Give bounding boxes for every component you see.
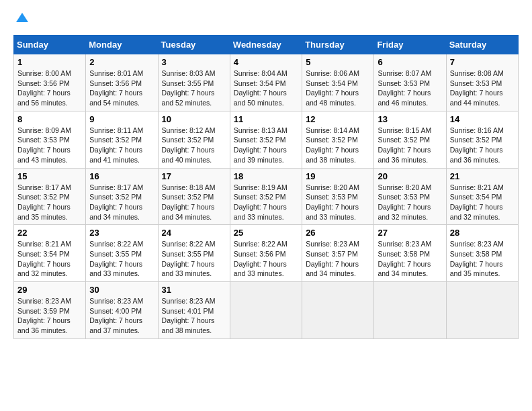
sunrise-label: Sunrise: 8:21 AM [450,183,504,191]
day-info: Sunrise: 8:15 AM Sunset: 3:52 PM Dayligh… [378,126,442,165]
sunset-label: Sunset: 3:58 PM [450,250,502,258]
sunset-label: Sunset: 3:53 PM [306,193,358,201]
sunrise-label: Sunrise: 8:13 AM [234,126,287,134]
daylight-label: Daylight: 7 hours and 38 minutes. [306,146,359,164]
daylight-label: Daylight: 7 hours and 32 minutes. [17,260,71,278]
day-number: 6 [378,57,442,67]
sunrise-label: Sunrise: 8:15 AM [378,126,431,134]
day-number: 24 [162,228,226,238]
day-number: 23 [89,228,154,238]
sunrise-label: Sunrise: 8:20 AM [378,183,431,191]
daylight-label: Daylight: 7 hours and 34 minutes. [378,260,431,278]
weekday-header-tuesday: Tuesday [158,36,230,54]
day-number: 15 [17,171,82,181]
day-info: Sunrise: 8:16 AM Sunset: 3:52 PM Dayligh… [450,126,515,165]
calendar-cell: 13 Sunrise: 8:15 AM Sunset: 3:52 PM Dayl… [374,111,446,168]
day-number: 16 [89,171,154,181]
daylight-label: Daylight: 7 hours and 50 minutes. [234,89,287,107]
calendar-cell: 4 Sunrise: 8:04 AM Sunset: 3:54 PM Dayli… [230,54,302,111]
daylight-label: Daylight: 7 hours and 34 minutes. [89,203,142,221]
day-info: Sunrise: 8:23 AM Sunset: 3:59 PM Dayligh… [17,296,82,336]
daylight-label: Daylight: 7 hours and 35 minutes. [450,260,503,278]
sunset-label: Sunset: 3:52 PM [89,193,142,201]
sunrise-label: Sunrise: 8:22 AM [162,240,216,248]
day-info: Sunrise: 8:23 AM Sunset: 4:00 PM Dayligh… [89,296,154,336]
sunrise-label: Sunrise: 8:23 AM [17,297,71,305]
calendar-week-5: 29 Sunrise: 8:23 AM Sunset: 3:59 PM Dayl… [14,282,519,339]
daylight-label: Daylight: 7 hours and 41 minutes. [89,146,142,164]
sunset-label: Sunset: 3:55 PM [162,79,214,87]
day-number: 30 [89,285,154,295]
logo-icon [15,10,30,25]
day-number: 11 [234,114,298,124]
day-number: 21 [450,171,515,181]
sunset-label: Sunset: 3:53 PM [378,193,430,201]
day-info: Sunrise: 8:13 AM Sunset: 3:52 PM Dayligh… [234,126,298,165]
weekday-header-saturday: Saturday [446,36,518,54]
daylight-label: Daylight: 7 hours and 32 minutes. [450,203,503,221]
sunrise-label: Sunrise: 8:03 AM [162,69,216,77]
sunrise-label: Sunrise: 8:20 AM [306,183,359,191]
day-info: Sunrise: 8:21 AM Sunset: 3:54 PM Dayligh… [17,239,82,279]
day-info: Sunrise: 8:09 AM Sunset: 3:53 PM Dayligh… [17,126,82,165]
sunrise-label: Sunrise: 8:19 AM [234,183,287,191]
daylight-label: Daylight: 7 hours and 33 minutes. [234,260,287,278]
daylight-label: Daylight: 7 hours and 43 minutes. [17,146,71,164]
day-info: Sunrise: 8:20 AM Sunset: 3:53 PM Dayligh… [378,183,442,222]
day-info: Sunrise: 8:12 AM Sunset: 3:52 PM Dayligh… [162,126,226,165]
sunset-label: Sunset: 3:55 PM [162,250,214,258]
day-info: Sunrise: 8:21 AM Sunset: 3:54 PM Dayligh… [450,183,515,222]
day-info: Sunrise: 8:23 AM Sunset: 4:01 PM Dayligh… [162,296,226,336]
day-info: Sunrise: 8:01 AM Sunset: 3:56 PM Dayligh… [89,68,154,108]
day-info: Sunrise: 8:22 AM Sunset: 3:55 PM Dayligh… [89,239,154,279]
sunset-label: Sunset: 3:52 PM [162,193,214,201]
calendar-cell: 16 Sunrise: 8:17 AM Sunset: 3:52 PM Dayl… [86,168,158,225]
sunset-label: Sunset: 3:59 PM [17,307,70,315]
sunrise-label: Sunrise: 8:23 AM [162,297,216,305]
sunrise-label: Sunrise: 8:11 AM [89,126,143,134]
calendar-cell: 19 Sunrise: 8:20 AM Sunset: 3:53 PM Dayl… [302,168,374,225]
sunrise-label: Sunrise: 8:09 AM [17,126,71,134]
daylight-label: Daylight: 7 hours and 34 minutes. [306,260,359,278]
daylight-label: Daylight: 7 hours and 56 minutes. [17,89,71,107]
calendar-cell: 17 Sunrise: 8:18 AM Sunset: 3:52 PM Dayl… [158,168,230,225]
sunset-label: Sunset: 3:56 PM [234,250,286,258]
day-number: 18 [234,171,298,181]
sunset-label: Sunset: 3:53 PM [17,136,70,144]
day-info: Sunrise: 8:23 AM Sunset: 3:58 PM Dayligh… [378,239,442,279]
calendar-cell: 3 Sunrise: 8:03 AM Sunset: 3:55 PM Dayli… [158,54,230,111]
day-number: 28 [450,228,515,238]
day-info: Sunrise: 8:17 AM Sunset: 3:52 PM Dayligh… [89,183,154,222]
sunset-label: Sunset: 3:55 PM [89,250,142,258]
sunrise-label: Sunrise: 8:07 AM [378,69,431,77]
sunset-label: Sunset: 3:56 PM [89,79,142,87]
sunset-label: Sunset: 3:53 PM [378,79,430,87]
calendar-cell: 21 Sunrise: 8:21 AM Sunset: 3:54 PM Dayl… [446,168,518,225]
day-info: Sunrise: 8:23 AM Sunset: 3:57 PM Dayligh… [306,239,370,279]
sunset-label: Sunset: 3:53 PM [450,79,502,87]
day-number: 12 [306,114,370,124]
day-number: 22 [17,228,82,238]
sunset-label: Sunset: 3:52 PM [306,136,358,144]
daylight-label: Daylight: 7 hours and 32 minutes. [378,203,431,221]
weekday-header-wednesday: Wednesday [230,36,302,54]
calendar-cell: 7 Sunrise: 8:08 AM Sunset: 3:53 PM Dayli… [446,54,518,111]
sunrise-label: Sunrise: 8:00 AM [17,69,71,77]
calendar-cell [374,282,446,339]
calendar-cell [446,282,518,339]
daylight-label: Daylight: 7 hours and 54 minutes. [89,89,142,107]
day-info: Sunrise: 8:22 AM Sunset: 3:55 PM Dayligh… [162,239,226,279]
daylight-label: Daylight: 7 hours and 36 minutes. [378,146,431,164]
daylight-label: Daylight: 7 hours and 39 minutes. [234,146,287,164]
sunrise-label: Sunrise: 8:16 AM [450,126,504,134]
sunset-label: Sunset: 3:56 PM [17,79,70,87]
calendar-cell: 25 Sunrise: 8:22 AM Sunset: 3:56 PM Dayl… [230,225,302,282]
calendar-cell: 15 Sunrise: 8:17 AM Sunset: 3:52 PM Dayl… [14,168,86,225]
day-info: Sunrise: 8:06 AM Sunset: 3:54 PM Dayligh… [306,68,370,108]
day-info: Sunrise: 8:04 AM Sunset: 3:54 PM Dayligh… [234,68,298,108]
daylight-label: Daylight: 7 hours and 35 minutes. [17,203,71,221]
day-info: Sunrise: 8:18 AM Sunset: 3:52 PM Dayligh… [162,183,226,222]
daylight-label: Daylight: 7 hours and 52 minutes. [162,89,215,107]
sunset-label: Sunset: 3:58 PM [378,250,430,258]
sunset-label: Sunset: 3:54 PM [17,250,70,258]
